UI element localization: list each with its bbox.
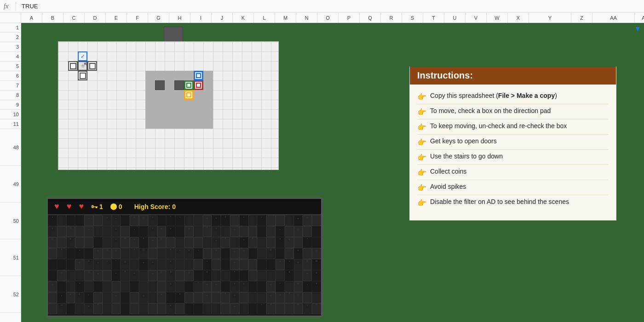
dungeon-tile <box>184 259 194 270</box>
dungeon-tile <box>75 292 84 303</box>
dungeon-tile <box>166 215 175 226</box>
dungeon-tile <box>276 237 285 248</box>
row-3[interactable]: 3 <box>0 42 21 52</box>
dungeon-tile <box>175 281 184 292</box>
direction-up-button[interactable]: ✓ <box>78 51 87 61</box>
dungeon-tile <box>303 303 312 314</box>
col-header-r[interactable]: R <box>381 13 402 23</box>
filter-icon[interactable]: ▼ <box>634 25 641 33</box>
dungeon-tile <box>148 215 157 226</box>
col-header-aa[interactable]: AA <box>592 13 635 23</box>
row-49[interactable]: 49 <box>0 166 21 203</box>
dungeon-tile <box>285 259 294 270</box>
col-header-u[interactable]: U <box>444 13 466 23</box>
dungeon-tile <box>239 237 248 248</box>
col-header-s[interactable]: S <box>402 13 423 23</box>
col-header-e[interactable]: E <box>106 13 127 23</box>
col-header-p[interactable]: P <box>339 13 360 23</box>
row-11[interactable]: 11 <box>0 119 21 129</box>
dungeon-tile <box>148 226 157 237</box>
dungeon-tile <box>266 270 276 281</box>
direction-down-button[interactable] <box>78 71 87 80</box>
row-50[interactable]: 50 <box>0 203 21 239</box>
row-53[interactable]: 53 <box>0 313 21 322</box>
row-1[interactable]: 1 <box>0 23 21 33</box>
col-header-h[interactable]: H <box>169 13 190 23</box>
dungeon-tile <box>294 292 303 303</box>
row-51[interactable]: 51 <box>0 239 21 276</box>
dungeon-tile <box>303 248 312 259</box>
col-header-ab[interactable]: AB <box>635 13 644 23</box>
dungeon-tile <box>48 281 57 292</box>
row-52[interactable]: 52 <box>0 276 21 313</box>
col-header-z[interactable]: Z <box>571 13 592 23</box>
col-header-n[interactable]: N <box>296 13 317 23</box>
row-9[interactable]: 9 <box>0 100 21 110</box>
dungeon-tile <box>75 259 84 270</box>
door-inner-green <box>186 83 191 88</box>
dungeon-tile <box>84 281 93 292</box>
row-6[interactable]: 6 <box>0 71 21 81</box>
col-header-q[interactable]: Q <box>360 13 381 23</box>
dungeon-tile <box>139 215 148 226</box>
direction-right-button[interactable] <box>87 61 97 71</box>
col-header-v[interactable]: V <box>466 13 487 23</box>
col-header-c[interactable]: C <box>63 13 85 23</box>
col-header-b[interactable]: B <box>42 13 63 23</box>
col-header-w[interactable]: W <box>487 13 508 23</box>
col-header-o[interactable]: O <box>317 13 339 23</box>
col-header-d[interactable]: D <box>85 13 106 23</box>
col-header-l[interactable]: L <box>254 13 275 23</box>
hud-coin-section: 0 <box>110 203 122 210</box>
row-2[interactable]: 2 <box>0 33 21 42</box>
dungeon-tile <box>139 292 148 303</box>
direction-left-button[interactable] <box>68 61 78 71</box>
dungeon-tile <box>257 270 266 281</box>
dungeon-tile <box>221 270 230 281</box>
instructions-panel: Instructions: 👉 Copy this spreadsheet (F… <box>409 67 616 220</box>
dungeon-tile <box>57 303 66 314</box>
dungeon-tile <box>157 281 167 292</box>
row-7[interactable]: 7 <box>0 81 21 90</box>
dungeon-tile <box>203 215 212 226</box>
col-header-g[interactable]: G <box>148 13 169 23</box>
dungeon-tile <box>276 248 285 259</box>
dungeon-tile <box>266 292 276 303</box>
col-header-x[interactable]: X <box>508 13 529 23</box>
col-header-f[interactable]: F <box>127 13 148 23</box>
col-header-a[interactable]: A <box>21 13 42 23</box>
hud-top-bar: ♥ ♥ ♥ 🗝 1 0 High Score: 0 <box>48 199 321 215</box>
row-10[interactable]: 10 <box>0 110 21 119</box>
dungeon-tile <box>157 303 167 314</box>
col-header-k[interactable]: K <box>233 13 254 23</box>
dungeon-tile <box>66 215 75 226</box>
coin-count: 0 <box>119 203 122 210</box>
dungeon-tile <box>157 226 167 237</box>
instruction-spikes: 👉 Avoid spikes <box>417 183 609 195</box>
col-header-j[interactable]: J <box>212 13 233 23</box>
dungeon-tile <box>121 248 130 259</box>
dungeon-tile <box>175 270 184 281</box>
row-5[interactable]: 5 <box>0 62 21 71</box>
row-48[interactable]: 48 <box>0 129 21 166</box>
fx-icon: fx <box>4 3 8 10</box>
dungeon-tile <box>239 226 248 237</box>
formula-bar: fx TRUE <box>0 0 644 13</box>
row-8[interactable]: 8 <box>0 90 21 100</box>
dungeon-tile <box>285 292 294 303</box>
col-header-m[interactable]: M <box>275 13 296 23</box>
dungeon-tile <box>266 215 276 226</box>
col-header-i[interactable]: I <box>190 13 212 23</box>
dungeon-tile <box>93 292 103 303</box>
dungeon-tile <box>294 215 303 226</box>
dungeon-tile <box>148 281 157 292</box>
col-header-t[interactable]: T <box>423 13 444 23</box>
dungeon-tile <box>66 281 75 292</box>
col-header-y[interactable]: Y <box>529 13 571 23</box>
dungeon-tile <box>66 226 75 237</box>
dungeon-tile <box>276 292 285 303</box>
dungeon-tile <box>239 259 248 270</box>
row-4[interactable]: 4 <box>0 52 21 62</box>
instruction-spikes-text: Avoid spikes <box>430 183 466 190</box>
row-numbers: 1 2 3 4 5 6 7 8 9 10 11 48 49 50 51 52 5… <box>0 23 21 322</box>
